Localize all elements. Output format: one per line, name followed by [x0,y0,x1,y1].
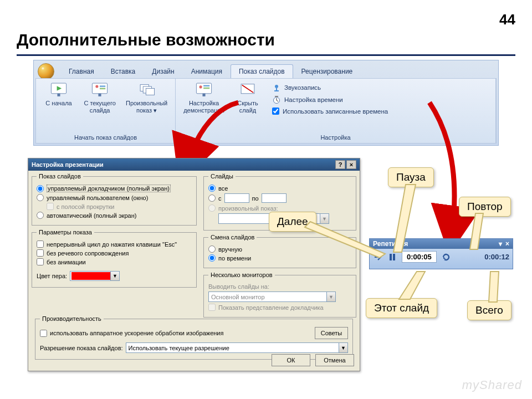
range-to[interactable] [262,193,287,203]
btn-record[interactable]: Звукозапись [272,83,388,92]
callout-this-slide: Этот слайд [366,298,437,318]
help-button[interactable]: ? [335,160,345,169]
from-current-icon [90,81,109,98]
group-start-slideshow: С начала С текущего слайда Произвольный … [36,79,176,143]
group-performance: Производительность использовать аппаратн… [35,315,353,360]
btn-hide-slide[interactable]: Скрыть слайд [231,81,264,114]
heading: Дополнительные возможности [17,30,275,49]
radio-speaker[interactable] [37,185,44,192]
custom-show-icon [137,81,156,98]
rehearsal-toolbar: Репетиция ▾ × 0:00:05 0:00:12 [369,238,513,269]
repeat-icon[interactable] [441,252,451,262]
ok-button[interactable]: ОК [272,354,310,366]
cancel-button[interactable]: Отмена [315,354,354,366]
clock-icon [272,95,281,104]
svg-rect-13 [203,85,209,87]
chevron-down-icon: ▼ [110,272,119,280]
tab-insert[interactable]: Вставка [103,64,144,78]
tab-design[interactable]: Дизайн [144,64,182,78]
chk-hw[interactable] [40,330,47,337]
svg-rect-20 [274,90,279,91]
svg-rect-14 [203,88,209,89]
svg-point-18 [275,85,278,88]
from-start-icon [49,81,68,98]
group-show-options: Параметры показа непрерывный цикл до наж… [32,229,197,288]
pen-color[interactable]: ▼ [70,271,120,281]
dropdown-icon[interactable]: ▾ [499,240,502,248]
group-show-type: Показ слайдов управляемый докладчиком (п… [32,173,197,226]
radio-kiosk[interactable] [37,212,44,219]
group-label: Начать показ слайдов [36,133,175,143]
callout-next: Далее [269,212,316,232]
tab-animation[interactable]: Анимация [183,64,231,78]
range-from[interactable] [224,193,249,203]
chk-no-anim[interactable] [37,258,44,265]
watermark: myShared [462,378,522,392]
monitor-select: Основной монитор▼ [208,291,336,302]
dialog-titlebar: Настройка презентации ? × [28,158,360,171]
rehearsal-titlebar: Репетиция ▾ × [370,239,513,249]
pen-swatch [71,272,110,280]
callout-total: Всего [467,300,511,320]
office-button-icon[interactable] [38,63,54,80]
close-button[interactable]: × [346,160,356,169]
svg-point-12 [200,85,202,88]
svg-rect-15 [202,94,205,96]
tab-review[interactable]: Рецензирование [293,64,361,78]
hide-slide-icon [238,81,257,98]
svg-rect-6 [100,88,105,90]
ribbon-body: С начала С текущего слайда Произвольный … [35,78,497,144]
btn-rehearse[interactable]: Настройка времени [272,95,388,104]
chk-use-timings[interactable]: Использовать записанные времена [272,108,388,115]
chk-presenter [208,304,216,311]
svg-rect-10 [146,88,154,95]
setup-icon [195,81,213,98]
dialog-title: Настройка презентации [32,161,104,168]
page-number: 44 [499,11,515,28]
use-timings-checkbox[interactable] [272,108,279,115]
tab-slideshow[interactable]: Показ слайдов [231,64,293,78]
btn-setup-show[interactable]: Настройка демонстрации [179,81,229,114]
btn-from-start[interactable]: С начала [39,81,78,107]
chk-no-narration[interactable] [37,249,44,257]
group-advance: Смена слайдов вручную по времени [203,234,356,268]
ribbon: Главная Вставка Дизайн Анимация Показ сл… [33,60,499,146]
tips-button[interactable]: Советы [315,327,348,339]
radio-timing[interactable] [208,254,216,262]
group-monitors: Несколько мониторов Выводить слайды на: … [203,272,356,318]
btn-from-current[interactable]: С текущего слайда [80,81,119,114]
group-setup: Настройка демонстрации Скрыть слайд Звук… [176,79,496,143]
ribbon-tabs: Главная Вставка Дизайн Анимация Показ сл… [60,64,495,78]
heading-rule [17,54,515,56]
radio-range[interactable] [208,195,216,202]
pause-icon[interactable] [387,252,397,262]
svg-rect-24 [275,96,278,97]
svg-point-4 [95,85,98,88]
next-icon[interactable] [373,252,383,262]
svg-rect-26 [393,254,395,260]
svg-rect-19 [276,88,277,90]
setup-dialog: Настройка презентации ? × Показ слайдов … [28,158,360,371]
tab-home[interactable]: Главная [60,64,103,78]
radio-custom [208,204,216,212]
record-icon [272,83,281,92]
radio-user[interactable] [37,194,44,201]
callout-repeat: Повтор [459,197,511,217]
chk-scrollbar [47,203,54,210]
total-time: 0:00:12 [484,253,509,261]
chk-loop[interactable] [37,241,44,248]
radio-all[interactable] [208,185,216,192]
svg-rect-5 [100,85,105,87]
svg-rect-25 [390,254,392,260]
resolution-select[interactable]: Использовать текущее разрешение▼ [126,342,348,353]
svg-rect-2 [57,94,60,96]
callout-pause: Пауза [388,167,434,187]
group-label: Настройка [176,133,495,143]
svg-rect-7 [99,94,101,96]
btn-custom-show[interactable]: Произвольный показ ▾ [121,81,172,114]
radio-manual[interactable] [208,245,216,253]
slide-time: 0:00:05 [402,251,437,263]
close-icon[interactable]: × [505,240,509,248]
